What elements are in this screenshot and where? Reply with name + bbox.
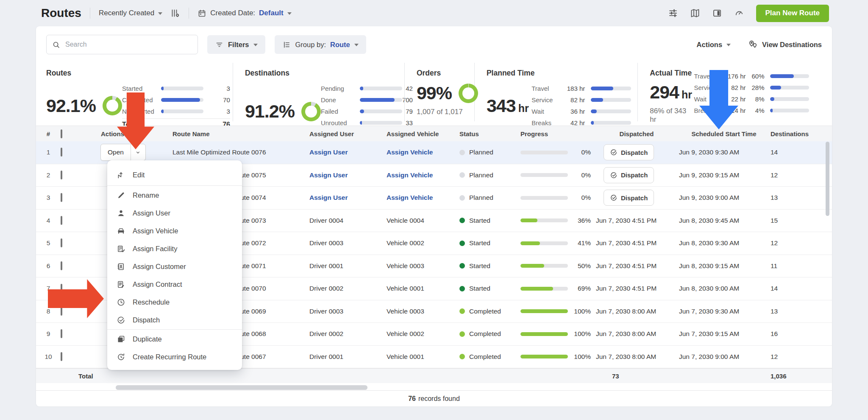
status-label: Completed <box>469 330 501 338</box>
checkbox-cell <box>61 171 87 179</box>
destinations-cell: 12 <box>770 239 832 247</box>
status-dot-started <box>459 263 465 269</box>
header-checkbox-cell <box>61 130 87 137</box>
row-number: 3 <box>36 194 61 202</box>
row-number: 5 <box>36 239 61 247</box>
status-cell: Planned <box>451 194 510 202</box>
dispatch-button[interactable]: Dispatch <box>604 167 654 183</box>
orders-donut <box>459 84 478 103</box>
map-icon[interactable] <box>690 8 700 18</box>
row-checkbox[interactable] <box>61 329 62 338</box>
plan-new-route-button[interactable]: Plan New Route <box>756 5 829 22</box>
assign-user-link[interactable]: Assign User <box>298 194 374 202</box>
menu-item-label: Duplicate <box>133 335 162 343</box>
gauge-icon[interactable] <box>734 8 744 18</box>
duplicate-icon <box>117 335 125 344</box>
scheduled-start-time-cell: Jun 7, 2030 9:30 AM <box>678 308 770 315</box>
search-box[interactable] <box>46 35 198 54</box>
horizontal-scrollbar-thumb[interactable] <box>116 385 367 390</box>
row-actions-menu: EditRenameAssign UserAssign VehicleAssig… <box>107 160 242 370</box>
column-header-scheduled-start-time: Scheduled Start Time <box>678 130 770 137</box>
user-icon <box>117 209 125 218</box>
assign-user-link[interactable]: Assign User <box>298 171 374 179</box>
status-dot-completed <box>459 331 465 337</box>
assign-vehicle-link[interactable]: Assign Vehicle <box>374 194 451 202</box>
view-destinations-button[interactable]: View Destinations <box>748 39 822 50</box>
menu-item-create-recurring-route[interactable]: Create Recurring Route <box>107 348 242 366</box>
dispatch-button[interactable]: Dispatch <box>604 144 654 160</box>
row-checkbox[interactable] <box>61 352 62 361</box>
assign-vehicle-link[interactable]: Assign Vehicle <box>374 148 451 156</box>
row-checkbox[interactable] <box>61 171 62 179</box>
menu-item-assign-facility[interactable]: Assign Facility <box>107 240 242 258</box>
select-all-checkbox[interactable] <box>61 129 62 138</box>
menu-item-label: Edit <box>133 171 145 179</box>
legend-row: Started3 <box>122 83 230 94</box>
divider <box>189 8 189 19</box>
assigned-vehicle-cell: Vehicle 0003 <box>374 262 451 270</box>
checkbox-cell <box>61 217 87 224</box>
legend-bar <box>591 87 631 90</box>
legend-label: Done <box>321 96 360 104</box>
sort-dropdown[interactable]: Recently Created <box>99 9 162 17</box>
progress-bar <box>520 196 568 200</box>
vertical-scrollbar-thumb[interactable] <box>826 142 829 216</box>
assign-vehicle-link[interactable]: Assign Vehicle <box>374 171 451 179</box>
group-by-button[interactable]: Group by: Route <box>275 35 366 54</box>
row-checkbox[interactable] <box>61 216 62 225</box>
menu-item-assign-customer[interactable]: Assign Customer <box>107 258 242 275</box>
open-button[interactable]: Open <box>100 144 146 161</box>
panel-icon[interactable] <box>712 8 722 18</box>
created-date-dropdown[interactable]: Created Date: Default <box>198 9 291 18</box>
filters-button[interactable]: Filters <box>207 35 265 54</box>
row-checkbox[interactable] <box>61 193 62 202</box>
map-pins-icon <box>748 39 758 50</box>
records-count: 76 <box>408 395 416 403</box>
customer-icon <box>117 262 125 271</box>
status-dot-started <box>459 286 465 291</box>
scheduled-start-time-cell: Jun 9, 2030 9:30 AM <box>678 148 770 156</box>
menu-item-assign-vehicle[interactable]: Assign Vehicle <box>107 222 242 240</box>
column-header-assigned-user: Assigned User <box>298 130 374 137</box>
row-checkbox[interactable] <box>61 238 62 247</box>
assigned-vehicle-cell: Vehicle 0001 <box>374 353 451 361</box>
progress-percent: 36% <box>578 217 595 224</box>
route-edit-icon <box>117 171 125 179</box>
legend-bar <box>360 98 402 102</box>
legend-row: Pending42 <box>321 83 413 94</box>
menu-item-reschedule[interactable]: Reschedule <box>107 293 242 311</box>
status-dot-planned <box>459 195 465 201</box>
assigned-user-cell: Driver 0004 <box>298 217 374 224</box>
menu-item-duplicate[interactable]: Duplicate <box>107 330 242 348</box>
recurring-icon <box>117 353 125 361</box>
group-by-icon <box>282 40 291 49</box>
menu-item-edit[interactable]: Edit <box>107 165 242 185</box>
search-input[interactable] <box>64 40 192 49</box>
open-button-chevron[interactable] <box>131 144 145 160</box>
progress-bar <box>520 151 568 154</box>
stat-destinations: Destinations 91.2% Pending42Done700Faile… <box>233 63 404 121</box>
dispatch-button[interactable]: Dispatch <box>604 190 654 206</box>
assigned-vehicle-cell: Vehicle 0001 <box>374 285 451 292</box>
legend-row: Travel183 hr <box>531 83 633 94</box>
tune-icon[interactable] <box>668 8 678 18</box>
legend-bar <box>770 74 809 78</box>
row-checkbox[interactable] <box>61 261 62 270</box>
destinations-cell: 13 <box>770 308 832 315</box>
progress-cell: 50% <box>510 262 595 270</box>
columns-settings-icon[interactable] <box>170 8 180 18</box>
chevron-down-icon <box>726 44 731 46</box>
menu-item-dispatch[interactable]: Dispatch <box>107 311 242 329</box>
menu-item-assign-contract[interactable]: Assign Contract <box>107 275 242 293</box>
actions-dropdown[interactable]: Actions <box>697 41 731 49</box>
scheduled-start-time-cell: Jun 7, 2030 9:15 AM <box>678 330 770 338</box>
legend-bar <box>161 109 203 113</box>
assign-user-link[interactable]: Assign User <box>298 148 374 156</box>
progress-percent: 41% <box>578 239 595 247</box>
legend-label: Service <box>531 96 559 104</box>
dispatched-cell: Jun 7, 2030 8:00 AM <box>595 353 678 361</box>
checkbox-cell <box>61 262 87 270</box>
menu-item-assign-user[interactable]: Assign User <box>107 204 242 222</box>
menu-item-rename[interactable]: Rename <box>107 186 242 204</box>
row-checkbox[interactable] <box>61 148 62 157</box>
